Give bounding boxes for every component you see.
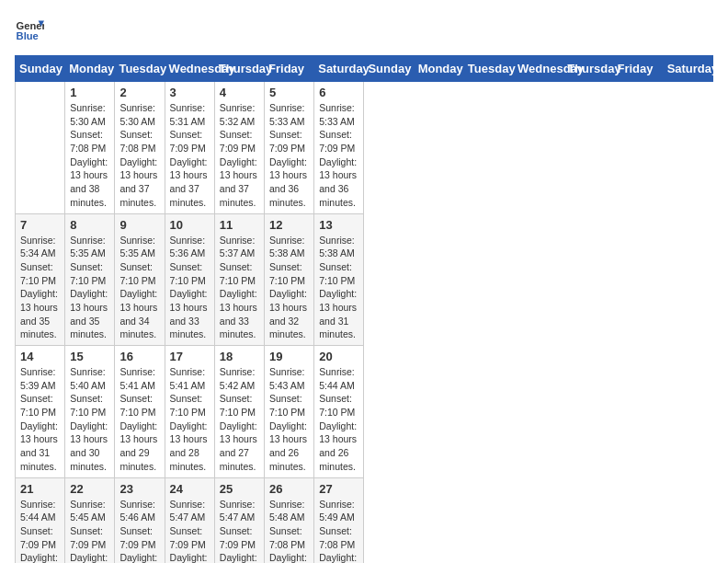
day-number: 24 [170,482,210,496]
day-cell: 13Sunrise: 5:38 AM Sunset: 7:10 PM Dayli… [314,213,364,346]
day-number: 12 [269,218,309,232]
day-info: Sunrise: 5:32 AM Sunset: 7:09 PM Dayligh… [220,101,259,210]
col-header-tuesday: Tuesday [463,56,513,82]
day-number: 27 [319,482,358,496]
day-cell: 10Sunrise: 5:36 AM Sunset: 7:10 PM Dayli… [165,213,214,346]
day-number: 7 [20,218,60,232]
day-cell: 6Sunrise: 5:33 AM Sunset: 7:09 PM Daylig… [314,82,364,214]
col-header-saturday: Saturday [663,56,712,82]
day-cell: 14Sunrise: 5:39 AM Sunset: 7:10 PM Dayli… [16,346,65,478]
day-cell: 17Sunrise: 5:41 AM Sunset: 7:10 PM Dayli… [165,346,214,478]
col-header-thursday: Thursday [214,56,264,82]
day-number: 22 [70,482,109,496]
day-info: Sunrise: 5:41 AM Sunset: 7:10 PM Dayligh… [170,365,210,474]
day-info: Sunrise: 5:48 AM Sunset: 7:08 PM Dayligh… [269,498,309,564]
day-info: Sunrise: 5:44 AM Sunset: 7:09 PM Dayligh… [20,498,60,564]
day-cell: 27Sunrise: 5:49 AM Sunset: 7:08 PM Dayli… [314,477,364,563]
day-cell: 24Sunrise: 5:47 AM Sunset: 7:09 PM Dayli… [165,477,214,563]
day-number: 10 [170,218,210,232]
day-info: Sunrise: 5:40 AM Sunset: 7:10 PM Dayligh… [70,365,109,474]
day-cell: 8Sunrise: 5:35 AM Sunset: 7:10 PM Daylig… [65,213,115,346]
day-number: 15 [70,350,109,363]
day-info: Sunrise: 5:39 AM Sunset: 7:10 PM Dayligh… [20,365,60,474]
day-info: Sunrise: 5:33 AM Sunset: 7:09 PM Dayligh… [319,101,358,210]
week-row-1: 1Sunrise: 5:30 AM Sunset: 7:08 PM Daylig… [16,82,713,214]
week-row-3: 14Sunrise: 5:39 AM Sunset: 7:10 PM Dayli… [16,346,713,478]
day-cell: 23Sunrise: 5:46 AM Sunset: 7:09 PM Dayli… [115,477,165,563]
day-cell: 12Sunrise: 5:38 AM Sunset: 7:10 PM Dayli… [265,213,314,346]
day-cell: 3Sunrise: 5:31 AM Sunset: 7:09 PM Daylig… [165,82,214,214]
col-header-friday: Friday [265,56,314,82]
day-info: Sunrise: 5:45 AM Sunset: 7:09 PM Dayligh… [70,498,109,564]
day-number: 16 [119,350,159,363]
day-info: Sunrise: 5:31 AM Sunset: 7:09 PM Dayligh… [170,101,210,210]
day-cell: 20Sunrise: 5:44 AM Sunset: 7:10 PM Dayli… [314,346,364,478]
day-cell: 7Sunrise: 5:34 AM Sunset: 7:10 PM Daylig… [16,213,65,346]
day-info: Sunrise: 5:33 AM Sunset: 7:09 PM Dayligh… [269,101,309,210]
svg-text:Blue: Blue [17,30,39,41]
day-number: 21 [20,482,60,496]
day-number: 5 [269,86,309,99]
day-number: 20 [319,350,358,363]
day-number: 8 [70,218,109,232]
col-header-monday: Monday [65,56,115,82]
col-header-wednesday: Wednesday [514,56,563,82]
day-cell: 11Sunrise: 5:37 AM Sunset: 7:10 PM Dayli… [214,213,264,346]
day-cell: 16Sunrise: 5:41 AM Sunset: 7:10 PM Dayli… [115,346,165,478]
day-cell: 25Sunrise: 5:47 AM Sunset: 7:09 PM Dayli… [214,477,264,563]
day-info: Sunrise: 5:38 AM Sunset: 7:10 PM Dayligh… [269,234,309,342]
day-number: 19 [269,350,309,363]
col-header-sunday: Sunday [364,56,414,82]
day-info: Sunrise: 5:41 AM Sunset: 7:10 PM Dayligh… [119,365,159,474]
col-header-saturday: Saturday [314,56,364,82]
day-cell: 21Sunrise: 5:44 AM Sunset: 7:09 PM Dayli… [16,477,65,563]
col-header-tuesday: Tuesday [115,56,165,82]
day-number: 11 [220,218,259,232]
day-info: Sunrise: 5:35 AM Sunset: 7:10 PM Dayligh… [119,234,159,342]
day-cell: 1Sunrise: 5:30 AM Sunset: 7:08 PM Daylig… [65,82,115,214]
day-info: Sunrise: 5:30 AM Sunset: 7:08 PM Dayligh… [119,101,159,210]
day-number: 17 [170,350,210,363]
day-number: 14 [20,350,60,363]
day-cell: 9Sunrise: 5:35 AM Sunset: 7:10 PM Daylig… [115,213,165,346]
day-cell: 4Sunrise: 5:32 AM Sunset: 7:09 PM Daylig… [214,82,264,214]
col-header-friday: Friday [613,56,663,82]
day-cell [16,82,65,214]
day-info: Sunrise: 5:34 AM Sunset: 7:10 PM Dayligh… [20,234,60,342]
day-cell: 5Sunrise: 5:33 AM Sunset: 7:09 PM Daylig… [265,82,314,214]
col-header-monday: Monday [414,56,463,82]
day-info: Sunrise: 5:30 AM Sunset: 7:08 PM Dayligh… [70,101,109,210]
col-header-sunday: Sunday [16,56,65,82]
day-info: Sunrise: 5:47 AM Sunset: 7:09 PM Dayligh… [170,498,210,564]
logo-icon: General Blue [15,15,44,44]
col-header-thursday: Thursday [563,56,613,82]
day-number: 23 [119,482,159,496]
day-info: Sunrise: 5:43 AM Sunset: 7:10 PM Dayligh… [269,365,309,474]
day-cell: 26Sunrise: 5:48 AM Sunset: 7:08 PM Dayli… [265,477,314,563]
day-number: 9 [119,218,159,232]
calendar-table: SundayMondayTuesdayWednesdayThursdayFrid… [15,55,713,563]
day-number: 18 [220,350,259,363]
col-header-wednesday: Wednesday [165,56,214,82]
day-info: Sunrise: 5:46 AM Sunset: 7:09 PM Dayligh… [119,498,159,564]
week-row-4: 21Sunrise: 5:44 AM Sunset: 7:09 PM Dayli… [16,477,713,563]
day-info: Sunrise: 5:36 AM Sunset: 7:10 PM Dayligh… [170,234,210,342]
day-number: 4 [220,86,259,99]
day-info: Sunrise: 5:35 AM Sunset: 7:10 PM Dayligh… [70,234,109,342]
day-number: 3 [170,86,210,99]
day-info: Sunrise: 5:49 AM Sunset: 7:08 PM Dayligh… [319,498,358,564]
day-number: 25 [220,482,259,496]
logo: General Blue [15,15,48,44]
page-header: General Blue [15,15,713,44]
day-info: Sunrise: 5:47 AM Sunset: 7:09 PM Dayligh… [220,498,259,564]
header-row: SundayMondayTuesdayWednesdayThursdayFrid… [16,56,713,82]
day-number: 1 [70,86,109,99]
day-info: Sunrise: 5:42 AM Sunset: 7:10 PM Dayligh… [220,365,259,474]
day-cell: 2Sunrise: 5:30 AM Sunset: 7:08 PM Daylig… [115,82,165,214]
day-info: Sunrise: 5:37 AM Sunset: 7:10 PM Dayligh… [220,234,259,342]
day-number: 6 [319,86,358,99]
day-number: 2 [119,86,159,99]
day-number: 26 [269,482,309,496]
day-info: Sunrise: 5:44 AM Sunset: 7:10 PM Dayligh… [319,365,358,474]
day-cell: 18Sunrise: 5:42 AM Sunset: 7:10 PM Dayli… [214,346,264,478]
